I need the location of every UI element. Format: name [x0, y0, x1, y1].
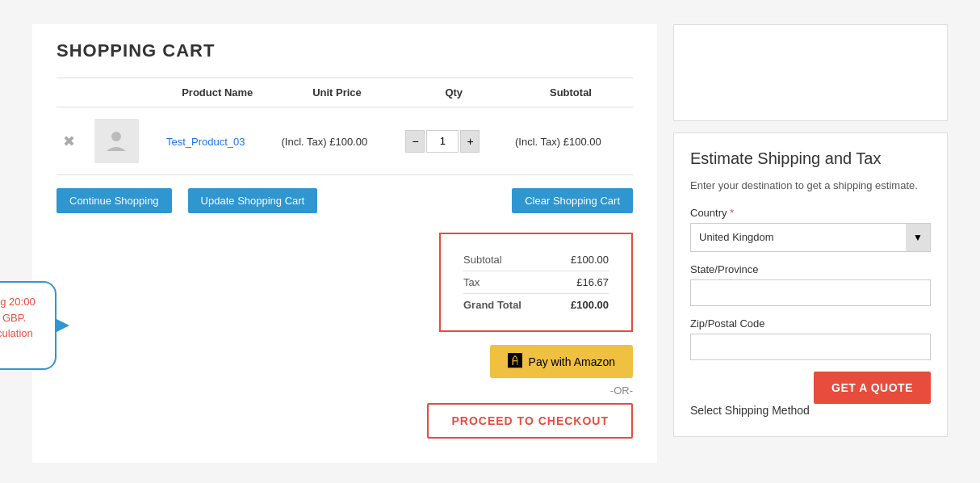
- tax-row: Tax £16.67: [463, 271, 609, 294]
- state-label: State/Province: [690, 263, 931, 275]
- unit-price: (Incl. Tax) £100.00: [281, 136, 367, 148]
- estimate-description: Enter your destination to get a shipping…: [690, 178, 931, 194]
- grand-total-value: £100.00: [571, 299, 609, 311]
- country-select-wrapper: United Kingdom United States Germany Fra…: [690, 223, 931, 252]
- qty-decrease-button[interactable]: −: [405, 130, 425, 153]
- pay-amazon-label: Pay with Amazon: [529, 355, 615, 368]
- callout-bubble: Here instead of showing 20:00 GBP its sh…: [0, 281, 57, 370]
- qty-increase-button[interactable]: +: [460, 130, 480, 153]
- country-select[interactable]: United Kingdom United States Germany Fra…: [691, 225, 906, 250]
- col-remove: [57, 78, 88, 107]
- shipping-panel: Estimate Shipping and Tax Enter your des…: [673, 24, 948, 463]
- cart-table: Product Name Unit Price Qty Subtotal ✖: [57, 78, 633, 175]
- product-name-link[interactable]: Test_Product_03: [166, 136, 245, 148]
- subtotal-row: Subtotal £100.00: [463, 249, 609, 271]
- qty-input[interactable]: [426, 130, 459, 153]
- col-unit-price: Unit Price: [274, 78, 399, 107]
- callout-text: Here instead of showing 20:00 GBP its sh…: [0, 296, 36, 355]
- amazon-icon: 🅰: [508, 353, 522, 370]
- zip-input[interactable]: [690, 334, 931, 360]
- state-input[interactable]: [690, 279, 931, 306]
- grand-total-row: Grand Total £100.00: [463, 294, 609, 316]
- col-image: [88, 78, 160, 107]
- shipping-top-box: [673, 24, 948, 121]
- select-arrow-button[interactable]: ▼: [906, 224, 930, 251]
- clear-cart-button[interactable]: Clear Shopping Cart: [512, 188, 633, 213]
- zip-label: Zip/Postal Code: [690, 317, 931, 330]
- select-shipping-method-label: Select Shipping Method: [690, 404, 810, 417]
- update-cart-button[interactable]: Update Shopping Cart: [188, 188, 318, 213]
- country-required-star: *: [730, 207, 734, 219]
- table-row: ✖ Test_Product_03 (I: [57, 107, 633, 175]
- svg-point-0: [111, 132, 121, 141]
- subtotal-label: Subtotal: [463, 254, 502, 266]
- cart-actions: Continue Shopping Update Shopping Cart C…: [57, 188, 633, 213]
- or-divider: -OR-: [610, 384, 633, 397]
- get-quote-button[interactable]: GET A QUOTE: [814, 372, 931, 404]
- tax-label: Tax: [463, 276, 480, 288]
- subtotal-value: £100.00: [571, 254, 609, 266]
- order-summary-box: Subtotal £100.00 Tax £16.67 Grand Total …: [439, 233, 633, 332]
- grand-total-label: Grand Total: [463, 299, 521, 311]
- col-subtotal: Subtotal: [509, 78, 633, 107]
- product-image: [94, 119, 139, 163]
- pay-with-amazon-button[interactable]: 🅰 Pay with Amazon: [490, 345, 633, 378]
- checkout-button[interactable]: PROCEED TO CHECKOUT: [427, 403, 633, 439]
- remove-item-button[interactable]: ✖: [63, 132, 75, 150]
- tax-value: £16.67: [576, 276, 609, 288]
- col-product-name: Product Name: [160, 78, 275, 107]
- order-summary-area: Here instead of showing 20:00 GBP its sh…: [57, 233, 633, 439]
- col-qty: Qty: [399, 78, 509, 107]
- quantity-control: − +: [405, 130, 502, 153]
- continue-shopping-button[interactable]: Continue Shopping: [57, 188, 172, 213]
- estimate-shipping-box: Estimate Shipping and Tax Enter your des…: [673, 132, 948, 437]
- country-label: Country *: [690, 207, 931, 219]
- estimate-title: Estimate Shipping and Tax: [690, 149, 931, 168]
- page-title: SHOPPING CART: [57, 40, 633, 61]
- subtotal-price: (Incl. Tax) £100.00: [515, 136, 601, 148]
